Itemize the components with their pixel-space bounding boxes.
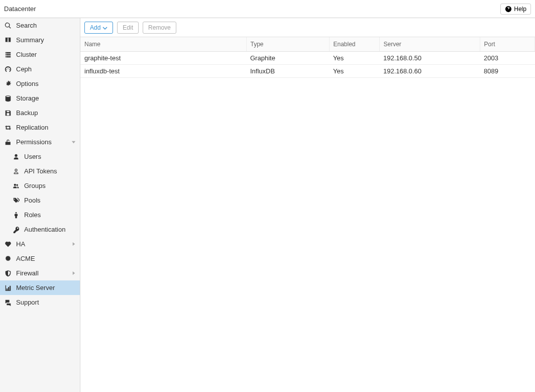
add-button[interactable]: Add (84, 22, 113, 34)
edit-label: Edit (123, 24, 133, 31)
chevron-down-icon (102, 25, 108, 30)
sidebar-item-groups[interactable]: Groups (0, 178, 80, 193)
sidebar-item-acme[interactable]: ACME (0, 251, 80, 266)
sidebar-item-label: Authentication (24, 226, 76, 233)
cell-server: 192.168.0.60 (379, 65, 480, 78)
user-icon (12, 153, 20, 161)
sidebar-item-label: API Tokens (24, 167, 76, 175)
sidebar-item-label: Users (24, 153, 76, 160)
sidebar-item-storage[interactable]: Storage (0, 91, 80, 106)
sidebar-item-support[interactable]: Support (0, 295, 80, 310)
column-header-enabled[interactable]: Enabled (329, 37, 379, 52)
cell-enabled: Yes (329, 65, 379, 78)
sidebar-item-label: Cluster (16, 51, 76, 58)
caret-right-icon (71, 240, 76, 248)
table-row[interactable]: graphite-testGraphiteYes192.168.0.502003 (80, 52, 535, 65)
sidebar-item-label: ACME (16, 255, 76, 262)
sidebar-item-label: HA (16, 240, 67, 248)
remove-label: Remove (148, 24, 171, 31)
metric-server-table: Name Type Enabled Server Port graphite-t… (80, 37, 535, 78)
server-icon (4, 51, 12, 59)
sidebar-item-permissions[interactable]: Permissions (0, 135, 80, 149)
cell-type: Graphite (246, 52, 329, 65)
ceph-icon (4, 65, 12, 73)
help-label: Help (514, 6, 526, 13)
shield-icon (4, 269, 12, 277)
cell-port: 8089 (480, 65, 535, 78)
book-icon (4, 36, 12, 44)
edit-button[interactable]: Edit (117, 22, 139, 34)
main-panel: Add Edit Remove Name Type Enabled Server… (80, 18, 535, 392)
database-icon (4, 94, 12, 103)
sidebar-item-backup[interactable]: Backup (0, 106, 80, 120)
male-icon (12, 211, 20, 219)
remove-button[interactable]: Remove (143, 22, 176, 34)
sidebar-item-authentication[interactable]: Authentication (0, 222, 80, 237)
caret-right-icon (71, 269, 76, 277)
cell-name: graphite-test (80, 52, 246, 65)
sidebar-item-label: Support (16, 299, 76, 306)
heartbeat-icon (4, 240, 12, 248)
sidebar-item-search[interactable]: Search (0, 18, 80, 33)
sidebar-item-roles[interactable]: Roles (0, 208, 80, 222)
sidebar-item-options[interactable]: Options (0, 76, 80, 91)
sidebar-item-label: Replication (16, 124, 76, 131)
comments-icon (4, 299, 12, 307)
sidebar-item-replication[interactable]: Replication (0, 120, 80, 135)
sidebar-item-ceph[interactable]: Ceph (0, 62, 80, 76)
column-header-type[interactable]: Type (246, 37, 329, 52)
sidebar-item-label: Firewall (16, 269, 67, 277)
sidebar-item-label: Summary (16, 36, 76, 44)
sidebar-item-label: Backup (16, 109, 76, 117)
sidebar-item-summary[interactable]: Summary (0, 33, 80, 47)
sidebar-item-pools[interactable]: Pools (0, 193, 80, 208)
sidebar-item-label: Ceph (16, 65, 76, 73)
column-header-name[interactable]: Name (80, 37, 246, 52)
sidebar-item-label: Search (16, 22, 76, 29)
cell-type: InfluxDB (246, 65, 329, 78)
gear-icon (4, 80, 12, 88)
sidebar-item-firewall[interactable]: Firewall (0, 266, 80, 280)
sidebar-item-label: Options (16, 80, 76, 87)
cell-port: 2003 (480, 52, 535, 65)
sidebar-item-users[interactable]: Users (0, 149, 80, 164)
cell-enabled: Yes (329, 52, 379, 65)
certificate-icon (4, 255, 12, 263)
users-icon (12, 182, 20, 190)
sidebar-item-label: Permissions (16, 138, 67, 146)
help-icon (505, 6, 512, 13)
sidebar-item-apitokens[interactable]: API Tokens (0, 164, 80, 178)
sidebar-item-label: Metric Server (16, 284, 76, 291)
table-row[interactable]: influxdb-testInfluxDBYes192.168.0.608089 (80, 65, 535, 78)
sidebar-item-label: Pools (24, 197, 76, 204)
sidebar-item-ha[interactable]: HA (0, 237, 80, 251)
sidebar-item-metricserver[interactable]: Metric Server (0, 280, 80, 295)
caret-down-icon (71, 138, 76, 146)
sidebar-item-label: Groups (24, 182, 76, 189)
sidebar-item-cluster[interactable]: Cluster (0, 47, 80, 62)
key-icon (12, 226, 20, 234)
sidebar-item-label: Roles (24, 211, 76, 219)
user-o-icon (12, 167, 20, 175)
cell-name: influxdb-test (80, 65, 246, 78)
column-header-server[interactable]: Server (379, 37, 480, 52)
page-title: Datacenter (4, 5, 36, 13)
sidebar: SearchSummaryClusterCephOptionsStorageBa… (0, 18, 80, 392)
sidebar-item-label: Storage (16, 94, 76, 102)
unlock-icon (4, 138, 12, 146)
column-header-port[interactable]: Port (480, 37, 535, 52)
barchart-icon (4, 284, 12, 292)
retweet-icon (4, 124, 12, 132)
toolbar: Add Edit Remove (80, 18, 535, 37)
help-button[interactable]: Help (500, 4, 531, 15)
search-icon (4, 22, 12, 30)
cell-server: 192.168.0.50 (379, 52, 480, 65)
save-icon (4, 109, 12, 117)
tags-icon (12, 197, 20, 205)
add-label: Add (90, 24, 100, 31)
header: Datacenter Help (0, 0, 535, 18)
